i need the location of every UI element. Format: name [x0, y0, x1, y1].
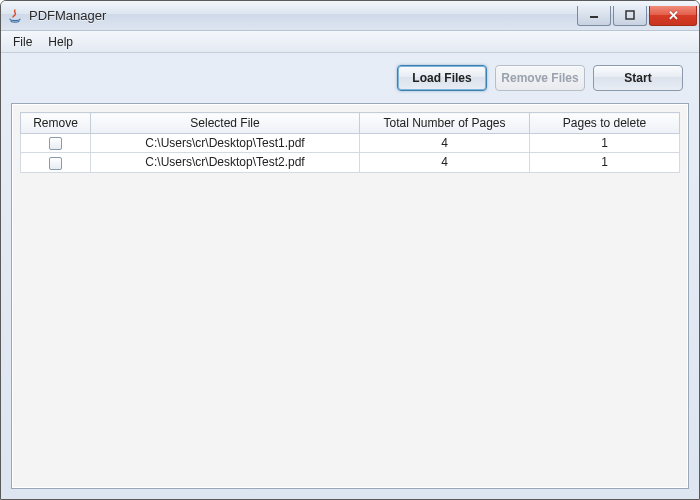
cell-total-pages[interactable]: 4 [360, 153, 530, 172]
cell-file[interactable]: C:\Users\cr\Desktop\Test2.pdf [91, 153, 360, 172]
start-button[interactable]: Start [593, 65, 683, 91]
cell-total-pages[interactable]: 4 [360, 134, 530, 153]
svg-rect-1 [626, 11, 634, 19]
col-header-pages-to-delete[interactable]: Pages to delete [530, 113, 680, 134]
cell-file[interactable]: C:\Users\cr\Desktop\Test1.pdf [91, 134, 360, 153]
cell-pages-to-delete[interactable]: 1 [530, 153, 680, 172]
menubar: File Help [1, 31, 699, 53]
java-app-icon [7, 8, 23, 24]
cell-remove[interactable] [21, 134, 91, 153]
col-header-selected-file[interactable]: Selected File [91, 113, 360, 134]
window-controls: ✕ [577, 6, 697, 26]
cell-remove[interactable] [21, 153, 91, 172]
menu-help[interactable]: Help [40, 33, 81, 51]
table-row[interactable]: C:\Users\cr\Desktop\Test2.pdf 4 1 [21, 153, 680, 172]
content-area: Load Files Remove Files Start Remove Sel… [1, 53, 699, 499]
files-table: Remove Selected File Total Number of Pag… [20, 112, 680, 173]
remove-checkbox[interactable] [49, 137, 62, 150]
close-button[interactable]: ✕ [649, 6, 697, 26]
cell-pages-to-delete[interactable]: 1 [530, 134, 680, 153]
app-window: PDFManager ✕ File Help Load Files Remove… [0, 0, 700, 500]
table-row[interactable]: C:\Users\cr\Desktop\Test1.pdf 4 1 [21, 134, 680, 153]
close-icon: ✕ [668, 8, 679, 23]
col-header-total-pages[interactable]: Total Number of Pages [360, 113, 530, 134]
col-header-remove[interactable]: Remove [21, 113, 91, 134]
load-files-button[interactable]: Load Files [397, 65, 487, 91]
table-panel: Remove Selected File Total Number of Pag… [11, 103, 689, 489]
maximize-icon [625, 10, 635, 20]
minimize-button[interactable] [577, 6, 611, 26]
menu-file[interactable]: File [5, 33, 40, 51]
table-empty-area [20, 173, 680, 480]
toolbar: Load Files Remove Files Start [11, 61, 689, 103]
minimize-icon [589, 10, 599, 20]
remove-files-button[interactable]: Remove Files [495, 65, 585, 91]
titlebar[interactable]: PDFManager ✕ [1, 1, 699, 31]
maximize-button[interactable] [613, 6, 647, 26]
window-title: PDFManager [29, 8, 577, 23]
remove-checkbox[interactable] [49, 157, 62, 170]
